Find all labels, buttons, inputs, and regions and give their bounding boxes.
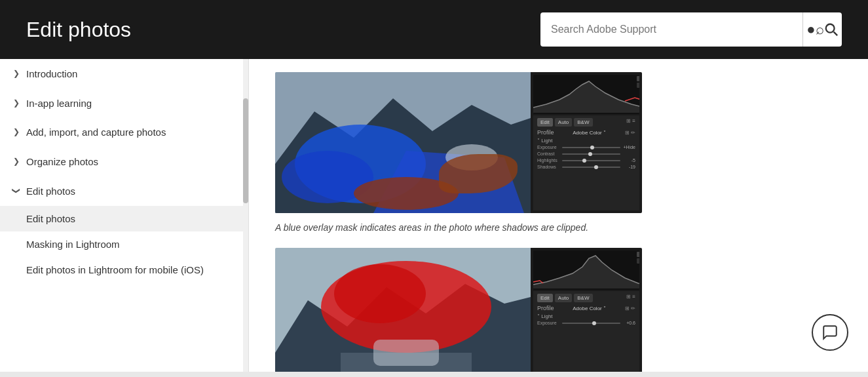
- slider-label: Shadows: [537, 165, 560, 169]
- sidebar-subitem-editios[interactable]: Edit photos in Lightroom for mobile (iOS…: [0, 257, 243, 283]
- slider-exposure-2: Exposure +0.6: [537, 321, 635, 325]
- sidebar-subitem-label: Edit photos: [26, 213, 75, 224]
- sidebar-item-introduction[interactable]: ❯ Introduction: [0, 59, 243, 89]
- sidebar-item-label: Add, import, and capture photos: [26, 126, 230, 139]
- slider-value: +Hide: [622, 145, 635, 149]
- slider-label: Exposure: [537, 321, 560, 325]
- sidebar-subitem-label: Edit photos in Lightroom for mobile (iOS…: [26, 264, 204, 275]
- slider-thumb[interactable]: [592, 321, 596, 325]
- tab-auto: Auto: [555, 118, 572, 127]
- sidebar-item-label: Edit photos: [26, 184, 230, 198]
- slider-label: Exposure: [537, 145, 560, 149]
- profile-label: Profile: [537, 129, 554, 136]
- page-title: Edit photos: [26, 18, 131, 42]
- svg-rect-20: [637, 258, 639, 264]
- sidebar: ❯ Introduction ❯ In-app learning ❯ Add, …: [0, 59, 249, 377]
- sidebar-item-editphotos[interactable]: ❯ Edit photos: [0, 176, 243, 206]
- panel-right-icons: ⊞ ≡: [626, 118, 635, 127]
- search-button[interactable]: ●⌕: [802, 12, 842, 47]
- slider-contrast: Contrast: [537, 151, 635, 156]
- sidebar-item-label: In-app learning: [26, 96, 230, 110]
- tab-edit-2: Edit: [537, 294, 553, 302]
- panel-controls: Edit Auto B&W ⊞ ≡ Profile Adobe Color ˅ …: [533, 115, 639, 210]
- slider-thumb[interactable]: [582, 159, 586, 163]
- photo-blue-mask: [275, 72, 531, 213]
- slider-label: Highlights: [537, 158, 560, 163]
- slider-track: [562, 167, 620, 168]
- svg-rect-19: [637, 252, 639, 257]
- histogram-svg-2: [533, 250, 639, 288]
- svg-rect-11: [637, 83, 639, 88]
- histogram: [533, 75, 639, 114]
- photo-red-mask: [275, 248, 531, 377]
- tab-edit: Edit: [537, 118, 553, 127]
- bottom-scrollbar[interactable]: [0, 372, 868, 377]
- panel-right-icons-2: ⊞ ≡: [626, 294, 635, 302]
- profile-icons: ⊞ ✏: [625, 130, 635, 136]
- slider-shadows: Shadows -19: [537, 165, 635, 169]
- svg-point-8: [445, 144, 498, 170]
- sidebar-item-addimport[interactable]: ❯ Add, import, and capture photos: [0, 118, 243, 147]
- sidebar-scrollbar-thumb[interactable]: [243, 98, 248, 203]
- svg-point-16: [334, 264, 426, 323]
- sidebar-scrollbar-track[interactable]: [243, 59, 248, 377]
- sidebar-item-label: Introduction: [26, 67, 230, 81]
- panel-tabs-2: Edit Auto B&W ⊞ ≡: [537, 294, 635, 302]
- chat-button[interactable]: [812, 314, 848, 351]
- slider-label: Contrast: [537, 151, 560, 156]
- caption-1: A blue overlay mask indicates areas in t…: [275, 221, 842, 235]
- tab-bw-2: B&W: [574, 294, 592, 302]
- sidebar-item-inapp[interactable]: ❯ In-app learning: [0, 89, 243, 118]
- sidebar-item-label: Organize photos: [26, 155, 230, 169]
- svg-rect-17: [373, 340, 439, 366]
- histogram-2: [533, 250, 639, 290]
- sidebar-subitems: Edit photos Masking in Lightroom Edit ph…: [0, 206, 243, 283]
- photo-overlay-svg: [275, 72, 531, 213]
- search-input[interactable]: [540, 12, 802, 47]
- slider-value: -5: [622, 158, 635, 163]
- svg-line-1: [833, 32, 837, 35]
- svg-rect-10: [637, 76, 639, 81]
- slider-thumb[interactable]: [594, 165, 598, 169]
- profile-icons-2: ⊞ ✏: [625, 306, 635, 311]
- svg-point-0: [825, 24, 834, 33]
- screenshot-image-2: Edit Auto B&W ⊞ ≡ Profile Adobe Color ˅ …: [275, 248, 642, 377]
- sidebar-subitem-editphotos[interactable]: Edit photos: [0, 206, 243, 231]
- slider-track: [562, 160, 620, 161]
- section-light-2: ˅ Light: [537, 313, 635, 319]
- chevron-right-icon: ❯: [13, 98, 20, 109]
- svg-point-7: [354, 177, 459, 210]
- sidebar-item-organize[interactable]: ❯ Organize photos: [0, 147, 243, 176]
- search-container: ●⌕: [540, 12, 842, 47]
- tab-bw: B&W: [574, 118, 592, 127]
- screenshot-2: Edit Auto B&W ⊞ ≡ Profile Adobe Color ˅ …: [275, 248, 842, 377]
- sidebar-subitem-masking[interactable]: Masking in Lightroom: [0, 231, 243, 257]
- sidebar-subitem-label: Masking in Lightroom: [26, 239, 120, 250]
- screenshot-1: Edit Auto B&W ⊞ ≡ Profile Adobe Color ˅ …: [275, 72, 842, 213]
- profile-row-2: Profile Adobe Color ˅ ⊞ ✏: [537, 305, 635, 311]
- main-layout: ❯ Introduction ❯ In-app learning ❯ Add, …: [0, 59, 868, 377]
- chevron-right-icon: ❯: [13, 156, 20, 167]
- slider-track: [562, 323, 620, 324]
- search-icon-svg: [824, 22, 839, 37]
- header: Edit photos ●⌕: [0, 0, 868, 59]
- content-area: Edit Auto B&W ⊞ ≡ Profile Adobe Color ˅ …: [249, 59, 868, 377]
- slider-thumb[interactable]: [588, 152, 592, 156]
- panel-tabs: Edit Auto B&W ⊞ ≡: [537, 118, 635, 127]
- chevron-right-icon: ❯: [13, 127, 20, 138]
- slider-highlights: Highlights -5: [537, 158, 635, 163]
- profile-label-2: Profile: [537, 305, 554, 311]
- profile-row: Profile Adobe Color ˅ ⊞ ✏: [537, 129, 635, 136]
- tab-auto-2: Auto: [555, 294, 572, 302]
- slider-value: -19: [622, 165, 635, 169]
- profile-value-2: Adobe Color ˅: [573, 306, 606, 311]
- chevron-down-icon: ❯: [11, 188, 22, 194]
- slider-value: +0.6: [622, 321, 635, 325]
- slider-track: [562, 153, 620, 155]
- slider-thumb[interactable]: [590, 146, 594, 149]
- chat-icon: [821, 324, 839, 341]
- lightroom-panel-1: Edit Auto B&W ⊞ ≡ Profile Adobe Color ˅ …: [531, 72, 642, 213]
- screenshot-image-1: Edit Auto B&W ⊞ ≡ Profile Adobe Color ˅ …: [275, 72, 642, 213]
- slider-track: [562, 147, 620, 148]
- panel-controls-2: Edit Auto B&W ⊞ ≡ Profile Adobe Color ˅ …: [533, 291, 639, 377]
